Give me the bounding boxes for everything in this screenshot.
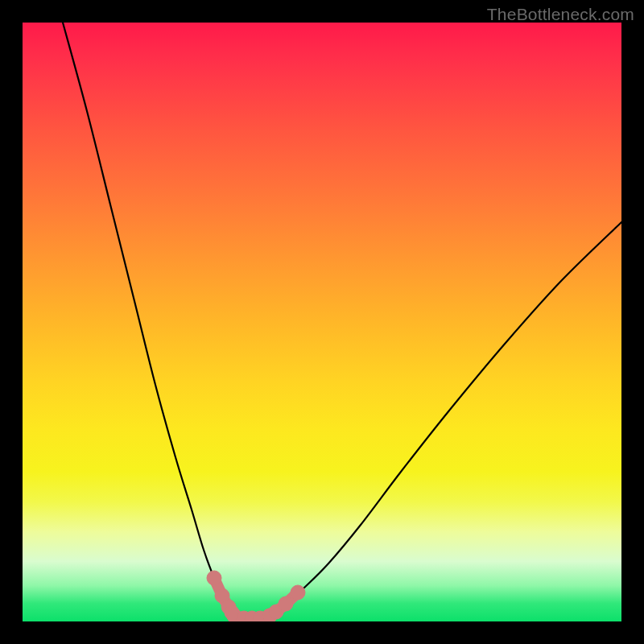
outer-frame: TheBottleneck.com [0, 0, 644, 644]
plot-area [23, 23, 621, 621]
left-branch-curve [63, 23, 236, 617]
tail-marker-layer [207, 571, 305, 621]
curve-layer [63, 23, 621, 618]
tail-knob [207, 571, 221, 585]
right-branch-curve [268, 222, 621, 617]
tail-knob [291, 585, 305, 600]
watermark-text: TheBottleneck.com [487, 5, 634, 24]
chart-svg [23, 23, 621, 621]
tail-knob [279, 597, 293, 611]
